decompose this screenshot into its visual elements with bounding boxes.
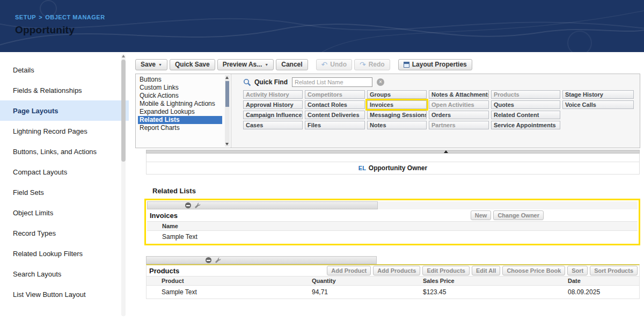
wrench-icon[interactable] [194,202,201,209]
sidebar-item-details[interactable]: Details [0,60,129,80]
invoices-sample-row: Sample Text [147,231,638,243]
invoices-buttons: NewChange Owner [471,210,544,220]
sidebar-item-object-limits[interactable]: Object Limits [0,202,129,223]
remove-related-list-icon[interactable] [206,257,211,263]
setup-header: SETUP>OBJECT MANAGER Opportunity [0,0,644,52]
products-title: Products [147,267,179,275]
invoices-related-list[interactable]: Invoices NewChange Owner Name Sample Tex… [144,199,640,245]
palette-tile-messaging-sessions[interactable]: Messaging Sessions [367,111,427,119]
breadcrumb: SETUP>OBJECT MANAGER [15,14,644,20]
scroll-down-icon[interactable] [225,143,229,146]
preview-as-button[interactable]: Preview As... ▼ [217,59,274,70]
breadcrumb-object-manager-link[interactable]: OBJECT MANAGER [45,14,105,20]
sample-value-badge: EL [358,165,366,171]
palette-category-quick-actions[interactable]: Quick Actions [138,92,222,100]
save-label: Save [141,61,156,68]
palette-category-buttons[interactable]: Buttons [138,76,222,84]
palette-category-report-charts[interactable]: Report Charts [138,124,222,132]
sidebar-item-search-layouts[interactable]: Search Layouts [0,264,129,284]
products-button-edit-products[interactable]: Edit Products [422,266,470,275]
opportunity-owner-field[interactable]: EL Opportunity Owner [147,162,639,174]
sidebar-item-record-types[interactable]: Record Types [0,223,129,243]
palette-tile-competitors[interactable]: Competitors [305,90,365,99]
clear-search-icon[interactable]: × [377,78,384,86]
cancel-button[interactable]: Cancel [276,59,308,70]
section-collapse-strip[interactable] [146,150,640,154]
wrench-icon[interactable] [215,257,221,264]
related-lists-heading: Related Lists [152,187,640,195]
sidebar-item-buttons-links-and-actions[interactable]: Buttons, Links, and Actions [0,141,129,162]
sidebar-item-fields-relationships[interactable]: Fields & Relationships [0,80,129,100]
redo-button[interactable]: ↷ Redo [354,59,390,70]
collapse-arrow-icon[interactable] [444,150,448,153]
layout-properties-label: Layout Properties [412,61,467,68]
palette-category-expanded-lookups[interactable]: Expanded Lookups [138,108,222,116]
palette-tile-notes[interactable]: Notes [367,121,427,129]
palette-tile-open-activities[interactable]: Open Activities [429,100,489,109]
palette-category-custom-links[interactable]: Custom Links [138,84,222,92]
invoices-column-headers: Name [147,221,638,231]
palette-category-related-lists[interactable]: Related Lists [138,116,222,124]
sidebar-scrollbar[interactable] [121,54,126,316]
products-related-list[interactable]: Products Add ProductAdd ProductsEdit Pro… [146,256,640,299]
quick-save-button[interactable]: Quick Save [170,59,215,70]
palette-tile-stage-history[interactable]: Stage History [562,90,634,99]
remove-related-list-icon[interactable] [185,202,191,208]
products-drag-strip[interactable] [146,256,640,264]
save-button[interactable]: Save ▼ [135,59,167,70]
scroll-up-icon[interactable] [225,76,229,79]
scroll-up-icon[interactable] [122,55,125,57]
products-buttons: Add ProductAdd ProductsEdit ProductsEdit… [327,266,638,275]
field-label: Opportunity Owner [369,164,427,172]
products-button-sort[interactable]: Sort [567,266,588,275]
palette-tile-notes-attachments[interactable]: Notes & Attachments [429,90,489,99]
palette-tile-contact-roles[interactable]: Contact Roles [305,100,365,109]
sidebar-item-page-layouts[interactable]: Page Layouts [0,100,129,121]
cell: 08.09.2025 [568,288,639,296]
palette-tile-activity-history[interactable]: Activity History [243,90,303,99]
palette-tile-orders[interactable]: Orders [429,111,489,119]
sidebar-item-lightning-record-pages[interactable]: Lightning Record Pages [0,121,129,141]
undo-button[interactable]: ↶ Undo [316,59,352,70]
palette-tile-related-content[interactable]: Related Content [491,111,560,119]
products-button-choose-price-book[interactable]: Choose Price Book [502,266,565,275]
palette-tile-products[interactable]: Products [491,90,560,99]
products-button-add-product[interactable]: Add Product [327,266,371,275]
palette-category-scrollbar[interactable] [225,75,230,147]
palette-scrollbar-thumb[interactable] [225,81,229,107]
palette-category-mobile-lightning-actions[interactable]: Mobile & Lightning Actions [138,100,222,108]
palette-tile-cases[interactable]: Cases [243,121,303,129]
invoices-drag-strip[interactable] [147,201,638,209]
products-button-add-products[interactable]: Add Products [373,266,420,275]
invoices-button-new[interactable]: New [471,210,492,220]
layout-properties-button[interactable]: Layout Properties [398,59,472,70]
sidebar-item-list-view-button-layout[interactable]: List View Button Layout [0,284,129,304]
editor-toolbar: Save ▼ Quick Save Preview As... ▼ Cancel… [135,58,640,71]
invoices-button-change-owner[interactable]: Change Owner [493,210,544,220]
column-header-sales-price: Sales Price [423,278,568,284]
products-button-sort-products[interactable]: Sort Products [590,266,638,275]
sidebar-item-related-lookup-filters[interactable]: Related Lookup Filters [0,243,129,264]
products-button-edit-all[interactable]: Edit All [472,266,500,275]
breadcrumb-setup-link[interactable]: SETUP [15,14,36,20]
palette-tiles: Activity HistoryCompetitorsGroupsNotes &… [243,90,638,129]
palette-tile-groups[interactable]: Groups [367,90,427,99]
palette-tile-service-appointments[interactable]: Service Appointments [491,121,560,129]
sidebar-item-compact-layouts[interactable]: Compact Layouts [0,162,129,182]
sidebar-nav: DetailsFields & RelationshipsPage Layout… [0,60,129,304]
layout-properties-icon [404,62,409,68]
palette-tile-approval-history[interactable]: Approval History [243,100,303,109]
sidebar: DetailsFields & RelationshipsPage Layout… [0,52,129,320]
products-column-headers: ProductQuantitySales PriceDate [147,276,639,286]
palette-tile-files[interactable]: Files [305,121,365,129]
palette-tile-campaign-influence[interactable]: Campaign Influence [243,111,303,119]
sidebar-scrollbar-thumb[interactable] [121,60,126,162]
palette-tile-content-deliveries[interactable]: Content Deliveries [305,111,365,119]
column-header-quantity: Quantity [312,278,423,284]
sidebar-item-field-sets[interactable]: Field Sets [0,182,129,202]
palette-tile-quotes[interactable]: Quotes [491,100,560,109]
palette-tile-partners[interactable]: Partners [429,121,489,129]
palette-tile-invoices[interactable]: Invoices [367,100,427,109]
quick-find-input[interactable] [292,77,372,87]
palette-tile-voice-calls[interactable]: Voice Calls [562,100,634,109]
